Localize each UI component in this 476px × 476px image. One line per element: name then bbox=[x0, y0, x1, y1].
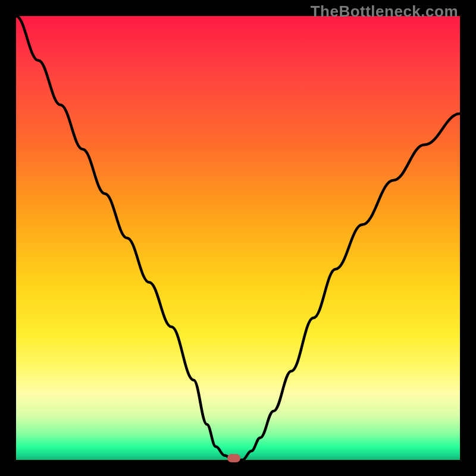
plot-area bbox=[16, 16, 460, 460]
curve-path bbox=[16, 16, 460, 460]
watermark-text: TheBottleneck.com bbox=[311, 2, 458, 21]
bottleneck-curve bbox=[16, 16, 460, 460]
minimum-marker bbox=[227, 454, 240, 462]
chart-frame: TheBottleneck.com bbox=[0, 0, 476, 476]
